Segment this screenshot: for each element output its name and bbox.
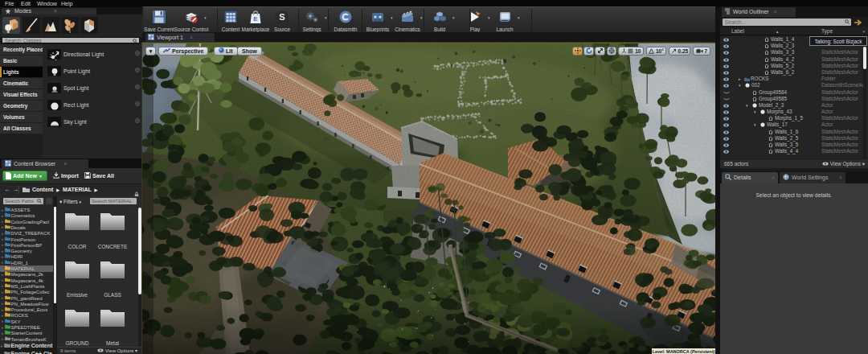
svg-text:S: S bbox=[279, 12, 285, 22]
svg-text:E: E bbox=[253, 15, 258, 23]
